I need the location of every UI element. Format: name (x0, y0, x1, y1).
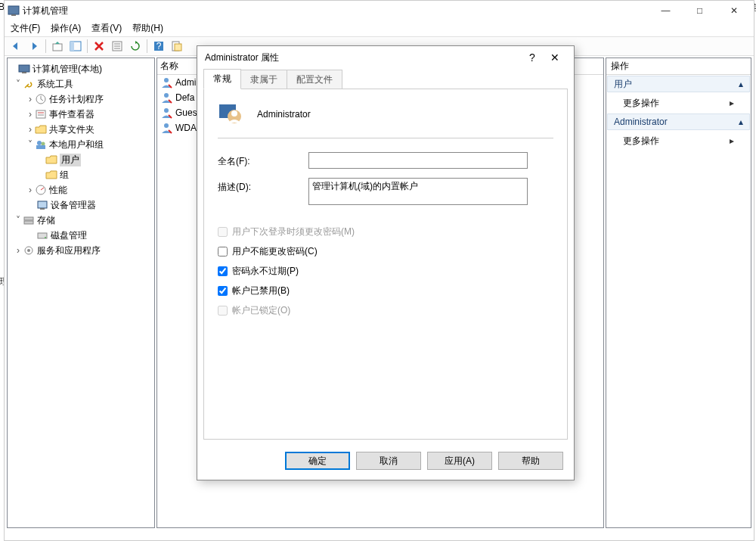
svg-rect-1 (11, 14, 16, 16)
actions-header: 操作 (606, 58, 751, 75)
checkbox[interactable] (218, 266, 228, 276)
menu-help[interactable]: 帮助(H) (132, 22, 163, 35)
tree-services-apps[interactable]: 服务和应用程序 (37, 244, 101, 257)
properties-button[interactable] (109, 38, 125, 54)
chk-change-next-login: 用户下次登录时须更改密码(M) (218, 222, 553, 241)
window-title: 计算机管理 (23, 5, 649, 17)
description-input[interactable]: 管理计算机(域)的内置帐户 (308, 178, 528, 205)
back-button[interactable] (8, 38, 24, 54)
checkbox[interactable] (218, 247, 228, 257)
show-hide-tree-button[interactable] (67, 38, 84, 54)
expand-icon[interactable]: ˅ (26, 139, 35, 150)
tree-users[interactable]: 用户 (60, 154, 81, 166)
menubar: 文件(F) 操作(A) 查看(V) 帮助(H) (5, 20, 754, 36)
actions-section-label: Administrator (614, 117, 668, 127)
ok-button[interactable]: 确定 (285, 452, 350, 470)
user-icon (160, 122, 172, 134)
collapse-up-icon: ▴ (739, 117, 743, 127)
collapse-icon[interactable]: › (26, 94, 35, 104)
dialog-titlebar[interactable]: Administrator 属性 ? ✕ (197, 46, 574, 69)
expand-icon[interactable]: ˅ (14, 215, 23, 225)
collapse-icon[interactable]: › (26, 109, 35, 120)
tree-device-manager[interactable]: 设备管理器 (51, 199, 96, 212)
svg-rect-2 (53, 44, 62, 51)
tree-shared-folders[interactable]: 共享文件夹 (49, 123, 94, 136)
user-avatar-icon (218, 101, 243, 127)
actions-section-users[interactable]: 用户▴ (607, 76, 750, 92)
user-icon (160, 107, 172, 119)
tree-task-scheduler[interactable]: 任务计划程序 (49, 93, 104, 106)
app-icon (8, 5, 20, 17)
maximize-button[interactable]: □ (683, 1, 717, 20)
dialog-tabs: 常规 隶属于 配置文件 (197, 69, 574, 89)
apply-button[interactable]: 应用(A) (427, 452, 492, 470)
export-button[interactable] (169, 38, 185, 54)
cancel-button[interactable]: 取消 (356, 452, 421, 470)
actions-section-admin[interactable]: Administrator▴ (607, 113, 750, 130)
tree-local-users-groups[interactable]: 本地用户和组 (49, 138, 104, 151)
tree-storage[interactable]: 存储 (37, 214, 55, 227)
actions-item-label: 更多操作 (623, 97, 659, 110)
properties-dialog: Administrator 属性 ? ✕ 常规 隶属于 配置文件 Adminis… (197, 45, 575, 480)
submenu-arrow-icon: ▸ (730, 135, 734, 146)
collapse-icon[interactable]: › (26, 185, 35, 195)
svg-rect-12 (175, 44, 181, 51)
up-button[interactable] (49, 38, 66, 54)
collapse-icon[interactable]: › (14, 245, 23, 256)
expand-icon[interactable]: ˅ (14, 79, 23, 89)
checkbox[interactable] (218, 286, 228, 296)
refresh-button[interactable] (127, 38, 144, 54)
chk-account-locked: 帐户已锁定(O) (218, 300, 553, 320)
chk-account-disabled[interactable]: 帐户已禁用(B) (218, 281, 553, 300)
tab-general[interactable]: 常规 (203, 69, 241, 89)
list-item-label: Defa (175, 92, 194, 103)
checkbox-label: 帐户已禁用(B) (232, 284, 290, 297)
collapse-up-icon: ▴ (739, 79, 743, 89)
svg-text:?: ? (156, 41, 162, 51)
svg-point-28 (45, 237, 46, 238)
clock-icon (35, 93, 47, 105)
actions-more-2[interactable]: 更多操作▸ (606, 131, 751, 151)
menu-action[interactable]: 操作(A) (51, 22, 81, 35)
computer-icon (18, 63, 30, 75)
checkbox-label: 帐户已锁定(O) (232, 304, 290, 317)
tree-event-viewer[interactable]: 事件查看器 (49, 108, 94, 121)
dialog-buttons: 确定 取消 应用(A) 帮助 (197, 442, 574, 480)
submenu-arrow-icon: ▸ (730, 98, 734, 108)
collapse-icon[interactable]: › (26, 124, 35, 135)
nav-tree[interactable]: 计算机管理(本地) ˅系统工具 ›任务计划程序 ›事件查看器 ›共享文件夹 ˅本… (7, 58, 155, 528)
tree-performance[interactable]: 性能 (49, 184, 67, 197)
tree-groups[interactable]: 组 (60, 169, 69, 182)
tab-member-of[interactable]: 隶属于 (240, 70, 287, 89)
actions-item-label: 更多操作 (623, 135, 659, 148)
fullname-input[interactable] (308, 152, 528, 169)
checkbox (218, 227, 228, 237)
forward-button[interactable] (26, 38, 42, 54)
chk-never-expire[interactable]: 密码永不过期(P) (218, 261, 553, 281)
minimize-button[interactable]: — (649, 1, 683, 20)
close-button[interactable]: ✕ (717, 1, 751, 20)
menu-view[interactable]: 查看(V) (91, 22, 122, 35)
event-icon (35, 108, 47, 120)
delete-button[interactable] (91, 38, 107, 54)
dialog-help-button[interactable]: ? (521, 51, 544, 64)
tab-profile[interactable]: 配置文件 (287, 70, 342, 89)
help-button[interactable]: ? (150, 38, 167, 54)
titlebar[interactable]: 计算机管理 — □ ✕ (5, 1, 754, 20)
list-item-label: Admi (175, 77, 196, 88)
svg-rect-14 (22, 72, 26, 73)
dialog-close-button[interactable]: ✕ (544, 51, 566, 64)
separator (218, 138, 553, 138)
users-icon (35, 138, 47, 151)
services-icon (23, 244, 35, 257)
help-button[interactable]: 帮助 (498, 452, 563, 470)
chk-cannot-change[interactable]: 用户不能更改密码(C) (218, 241, 553, 261)
tree-root[interactable]: 计算机管理(本地) (33, 63, 102, 76)
actions-more-1[interactable]: 更多操作▸ (606, 93, 751, 113)
tree-disk-mgmt[interactable]: 磁盘管理 (51, 229, 87, 242)
svg-rect-13 (19, 65, 29, 72)
menu-file[interactable]: 文件(F) (11, 22, 40, 35)
dialog-title: Administrator 属性 (205, 51, 521, 64)
list-item-label: Gues (175, 107, 197, 118)
tree-system-tools[interactable]: 系统工具 (37, 78, 73, 91)
